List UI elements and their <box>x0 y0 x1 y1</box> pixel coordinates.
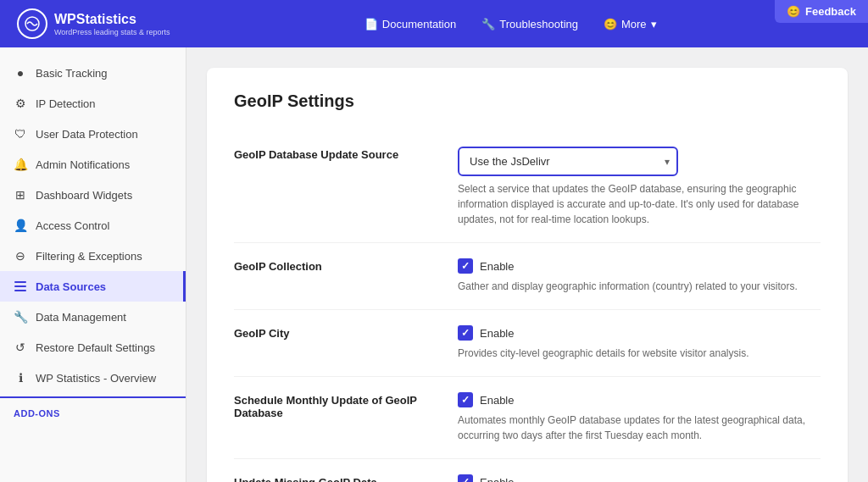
filter-icon: ⊖ <box>14 249 27 263</box>
settings-row-missing-data: Update Missing GeoIP Data ✓ Enable Fills… <box>234 459 821 482</box>
logo-text: WPStatistics WordPress leading stats & r… <box>54 11 170 36</box>
svg-rect-3 <box>14 290 26 291</box>
page-title: GeoIP Settings <box>234 91 821 111</box>
restore-icon: ↺ <box>14 341 27 354</box>
checkbox-label-collection: Enable <box>480 260 514 273</box>
sidebar-item-dashboard-widgets[interactable]: ⊞ Dashboard Widgets <box>0 180 186 210</box>
feedback-button[interactable]: 😊 Feedback <box>775 0 868 23</box>
list-icon <box>14 280 27 293</box>
checkbox-label-missing: Enable <box>480 476 514 483</box>
user-icon: 👤 <box>14 219 27 232</box>
nav-documentation[interactable]: 📄 Documentation <box>364 18 456 30</box>
settings-control-geodb-city: ✓ Enable Provides city-level geographic … <box>458 325 821 361</box>
gear-icon: ⚙ <box>14 97 27 110</box>
sidebar-item-restore-defaults[interactable]: ↺ Restore Default Settings <box>0 332 186 363</box>
settings-desc-schedule: Automates monthly GeoIP database updates… <box>458 413 821 443</box>
smiley-icon: 😊 <box>604 18 617 30</box>
checkbox-row-city: ✓ Enable <box>458 325 821 341</box>
sidebar-item-overview[interactable]: ℹ WP Statistics - Overview <box>0 363 186 393</box>
settings-control-geodb-source: Use the JsDelivr Use MaxMind Use IP-API … <box>458 147 821 227</box>
settings-control-geodb-collection: ✓ Enable Gather and display geographic i… <box>458 258 821 294</box>
settings-desc-geodb-source: Select a service that updates the GeoIP … <box>458 181 821 227</box>
settings-row-schedule-update: Schedule Monthly Update of GeoIP Databas… <box>234 377 821 459</box>
select-wrapper-geodb: Use the JsDelivr Use MaxMind Use IP-API … <box>458 147 678 176</box>
layout: ● Basic Tracking ⚙ IP Detection 🛡 User D… <box>0 47 868 482</box>
checkbox-label-city: Enable <box>480 327 514 340</box>
settings-label-geodb-collection: GeoIP Collection <box>234 258 437 273</box>
sidebar-item-admin-notifications[interactable]: 🔔 Admin Notifications <box>0 149 186 180</box>
settings-row-geodb-source: GeoIP Database Update Source Use the JsD… <box>234 131 821 243</box>
checkbox-city[interactable]: ✓ <box>458 325 473 341</box>
settings-label-schedule-update: Schedule Monthly Update of GeoIP Databas… <box>234 392 437 419</box>
doc-icon: 📄 <box>364 18 378 30</box>
sidebar-item-data-management[interactable]: 🔧 Data Management <box>0 302 186 332</box>
header: WPStatistics WordPress leading stats & r… <box>0 0 868 47</box>
sidebar-item-user-data-protection[interactable]: 🛡 User Data Protection <box>0 119 186 149</box>
logo-subtitle: WordPress leading stats & reports <box>54 28 170 36</box>
logo-icon <box>17 8 47 39</box>
check-icon: ✓ <box>461 261 470 271</box>
svg-rect-1 <box>14 281 26 283</box>
header-nav: 📄 Documentation 🔧 Troubleshooting 😊 More… <box>364 18 657 30</box>
wrench-icon: 🔧 <box>14 310 27 324</box>
geodb-source-select[interactable]: Use the JsDelivr Use MaxMind Use IP-API <box>458 147 678 176</box>
checkbox-row-missing: ✓ Enable <box>458 474 821 482</box>
checkbox-row-schedule: ✓ Enable <box>458 392 821 407</box>
sidebar-item-filtering-exceptions[interactable]: ⊖ Filtering & Exceptions <box>0 241 186 271</box>
logo-area: WPStatistics WordPress leading stats & r… <box>17 8 170 39</box>
shield-icon: 🛡 <box>14 127 27 141</box>
tool-icon: 🔧 <box>481 18 495 30</box>
settings-label-geodb-city: GeoIP City <box>234 325 437 340</box>
settings-row-geodb-collection: GeoIP Collection ✓ Enable Gather and dis… <box>234 243 821 310</box>
checkbox-label-schedule: Enable <box>480 394 514 407</box>
logo-title: WPStatistics <box>54 11 170 27</box>
settings-control-schedule-update: ✓ Enable Automates monthly GeoIP databas… <box>458 392 821 443</box>
settings-desc-city: Provides city-level geographic details f… <box>458 346 821 361</box>
feedback-icon: 😊 <box>787 5 800 18</box>
chevron-down-icon: ▾ <box>651 18 657 30</box>
nav-troubleshooting[interactable]: 🔧 Troubleshooting <box>481 18 578 30</box>
svg-rect-2 <box>14 285 26 287</box>
checkbox-collection[interactable]: ✓ <box>458 258 473 274</box>
sidebar-item-basic-tracking[interactable]: ● Basic Tracking <box>0 58 186 88</box>
settings-label-geodb-source: GeoIP Database Update Source <box>234 147 437 161</box>
grid-icon: ⊞ <box>14 188 27 202</box>
settings-desc-collection: Gather and display geographic informatio… <box>458 279 821 294</box>
info-icon: ℹ <box>14 371 27 385</box>
checkbox-schedule[interactable]: ✓ <box>458 392 473 407</box>
check-icon: ✓ <box>461 395 470 405</box>
sidebar-item-access-control[interactable]: 👤 Access Control <box>0 210 186 241</box>
addons-section-label: Add-Ons <box>0 396 186 422</box>
checkbox-missing[interactable]: ✓ <box>458 474 473 482</box>
sidebar: ● Basic Tracking ⚙ IP Detection 🛡 User D… <box>0 47 186 482</box>
bell-icon: 🔔 <box>14 158 27 171</box>
nav-more[interactable]: 😊 More ▾ <box>604 18 657 30</box>
settings-row-geodb-city: GeoIP City ✓ Enable Provides city-level … <box>234 310 821 377</box>
sidebar-item-data-sources[interactable]: Data Sources <box>0 271 186 302</box>
check-icon: ✓ <box>461 328 470 338</box>
sidebar-item-ip-detection[interactable]: ⚙ IP Detection <box>0 88 186 119</box>
settings-control-missing-data: ✓ Enable Fills in any gaps in the GeoIP … <box>458 474 821 482</box>
check-icon: ✓ <box>461 477 470 482</box>
checkbox-row-collection: ✓ Enable <box>458 258 821 274</box>
settings-label-missing-data: Update Missing GeoIP Data <box>234 474 437 482</box>
circle-icon: ● <box>14 66 27 80</box>
main-content: GeoIP Settings GeoIP Database Update Sou… <box>186 47 868 482</box>
content-card: GeoIP Settings GeoIP Database Update Sou… <box>207 68 848 482</box>
